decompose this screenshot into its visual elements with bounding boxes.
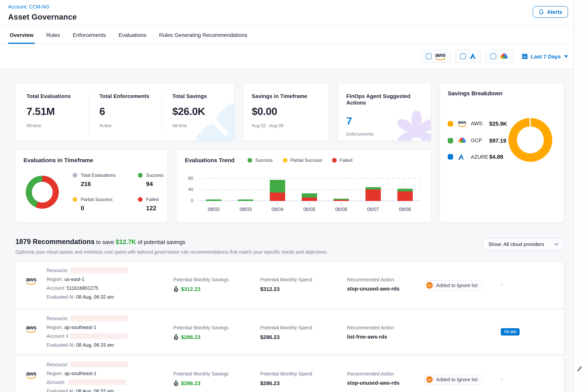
kpi-value: $26.0K (172, 106, 224, 118)
savings-donut-chart (508, 118, 552, 162)
y-axis-labels: 04080 (185, 179, 194, 201)
tab-rules[interactable]: Rules (46, 26, 60, 44)
added-to-ignore-list-pill[interactable]: Added to Ignore list (424, 280, 483, 290)
trend-legend: Success Partial Success Failed (248, 158, 352, 163)
bar-column: 08/07 (357, 179, 389, 212)
date-range-dropdown[interactable]: Last 7 Days (522, 53, 568, 60)
bar-segment (365, 189, 381, 201)
x-tick-label: 08/04 (272, 206, 284, 212)
provider-name: AZURE (471, 154, 488, 160)
azure-checkbox[interactable] (460, 54, 466, 59)
x-tick (277, 202, 278, 205)
evaluations-donut-chart (26, 176, 59, 209)
aws-logo-icon: aws (16, 360, 46, 392)
provider-name: GCP (471, 138, 488, 143)
todo-status-badge[interactable]: TO DO (501, 328, 520, 336)
recommendations-subtitle: Optimize your cloud assets and minimize … (15, 250, 328, 255)
bar-segment (238, 200, 254, 201)
filter-bar: aws Last 7 Days (0, 44, 574, 69)
legend-gcp: GCP $97.19 (448, 137, 508, 144)
scroll-rail[interactable] (574, 0, 588, 392)
account-breadcrumb-link[interactable]: Account: CCM-NG (8, 4, 50, 10)
bar-column: 08/03 (230, 179, 262, 212)
minus-circle-icon (426, 282, 433, 288)
legend-dot (73, 197, 77, 202)
kpi-title: Total Evaluations (26, 93, 78, 100)
alerts-button[interactable]: Alerts (533, 6, 568, 18)
bar-segment (270, 192, 285, 201)
recommended-action: Recommended Action stop-unused-aws-rds (347, 360, 424, 392)
kpi-total-evaluations: Total Evaluations 7.51M All-time (16, 92, 88, 133)
gcp-logo-icon (500, 53, 509, 60)
pencil-icon[interactable] (577, 366, 582, 373)
redacted-resource-value (70, 362, 128, 368)
kpi-title: FinOps Agent Suggested Actions (346, 93, 412, 106)
recommendation-row[interactable]: aws Resource: Region: ap-southeast-1 Acc… (16, 354, 564, 392)
recommendation-row[interactable]: aws Resource: Region: us-east-1 Account:… (16, 262, 564, 308)
bar-column: 08/02 (198, 179, 230, 212)
potential-monthly-spend: Potential Monthly Spend $286.23 (260, 314, 347, 350)
recommendations-heading: 1879 Recommendations to save $12.7K of p… (15, 238, 328, 246)
provider-toggle-azure[interactable] (455, 50, 481, 63)
evaluations-trend-bar-chart: 04080 08/0208/0308/0408/0508/0608/0708/0… (185, 179, 422, 219)
money-bag-icon: $ (173, 334, 179, 340)
chevron-down-icon (554, 243, 558, 246)
provider-toggle-aws[interactable]: aws (421, 50, 450, 63)
aws-checkbox[interactable] (426, 54, 432, 59)
kpi-total-enforcements: Total Enforcements 6 Active (88, 92, 161, 133)
provider-toggle-gcp[interactable] (486, 50, 514, 63)
legend-success: Success (248, 158, 273, 163)
tab-rules-generating-recommendations[interactable]: Rules Generating Recommendations (159, 26, 247, 44)
filter-label: Show: All cloud providers (488, 241, 544, 247)
bar-column: 08/04 (262, 179, 294, 212)
kpi-value: 7.51M (26, 106, 78, 118)
bar-segment (397, 189, 412, 192)
kpi-subtitle: Aug 02 - Aug 09 (252, 123, 321, 128)
page-header: Account: CCM-NG Asset Governance Alerts (0, 0, 574, 26)
alerts-button-label: Alerts (547, 9, 562, 15)
x-tick-label: 08/07 (367, 206, 379, 212)
kpi-subtitle: Active (99, 123, 151, 128)
asset-governance-page: Account: CCM-NG Asset Governance Alerts … (0, 0, 588, 392)
x-tick-label: 08/06 (335, 206, 347, 212)
recommendations-section: 1879 Recommendations to save $12.7K of p… (15, 222, 564, 392)
provider-amount: $97.19 (489, 138, 506, 144)
bar-segment (397, 192, 412, 201)
kpi-title: Total Enforcements (99, 93, 151, 100)
azure-logo-icon (458, 154, 471, 160)
aws-logo-icon: aws (458, 120, 471, 127)
tab-evaluations[interactable]: Evaluations (118, 26, 146, 44)
bar-segment (270, 180, 285, 193)
bar-column: 08/05 (294, 179, 325, 212)
page-title: Asset Governance (8, 13, 574, 22)
legend-dot (138, 197, 142, 202)
potential-monthly-savings: Potential Monthly Savings $$286.23 (173, 314, 260, 350)
x-tick-label: 08/08 (399, 206, 411, 212)
legend-swatch (448, 138, 453, 143)
recommendations-table: aws Resource: Region: us-east-1 Account:… (15, 261, 564, 392)
bar-segment (334, 200, 349, 201)
bar-column: 08/08 (389, 179, 421, 212)
resource-details: Resource: Region: ap-southeast-1 Account… (46, 314, 173, 350)
tab-overview[interactable]: Overview (10, 26, 34, 44)
x-tick (246, 202, 246, 205)
redacted-account-value (68, 379, 126, 385)
aws-logo-icon: aws (16, 266, 46, 304)
legend-failed: Failed 122 (138, 197, 164, 212)
savings-in-timeframe-card: Savings in Timeframe $0.00 Aug 02 - Aug … (243, 83, 329, 141)
x-tick (405, 202, 405, 205)
legend-partial-success: Partial Success 0 (73, 197, 122, 212)
tab-enforcements[interactable]: Enforcements (73, 26, 106, 44)
flower-watermark (396, 111, 431, 141)
cloud-provider-filter-dropdown[interactable]: Show: All cloud providers (483, 238, 564, 250)
legend-swatch (448, 121, 453, 126)
x-tick-label: 08/05 (304, 206, 316, 212)
recommendation-row[interactable]: aws Resource: Region: ap-southeast-1 Acc… (16, 308, 564, 354)
recommended-action: Recommended Action stop-unused-aws-rds (347, 266, 424, 304)
bar-segment (302, 194, 317, 198)
legend-dot (138, 173, 142, 178)
x-tick (373, 202, 373, 205)
aws-logo-icon: aws (435, 52, 446, 61)
gcp-checkbox[interactable] (490, 54, 496, 59)
added-to-ignore-list-pill[interactable]: Added to Ignore list (424, 374, 483, 385)
